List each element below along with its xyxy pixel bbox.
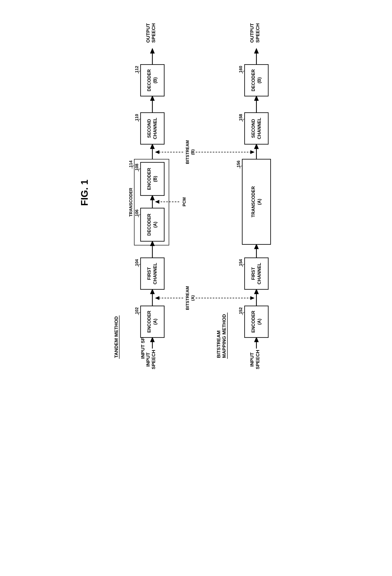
tandem-input-2: SPEECH — [151, 350, 156, 369]
ref-114: 114 — [128, 160, 133, 167]
decoder-a-l2: (A) — [153, 222, 158, 228]
decoder-a-l1: DECODER — [147, 213, 152, 236]
tandem-output-1: OUTPUT — [145, 23, 150, 43]
encoder-b-l2: (B) — [153, 176, 158, 182]
decoder-a-box — [140, 208, 164, 241]
first-ch-l1: FIRST — [147, 267, 152, 280]
tandem-output-2: SPEECH — [151, 23, 156, 43]
decoder-b-l1: DECODER — [147, 69, 152, 91]
bm-output-1: OUTPUT — [249, 23, 255, 43]
second-channel-box — [140, 113, 164, 144]
bm-label-2: MAPPING METHOD — [221, 314, 226, 358]
bitstream-a-l2: (A) — [190, 295, 195, 301]
figure-title: FIG. 1 — [79, 179, 90, 206]
bm-second-l1: SECOND — [251, 119, 256, 138]
bm-second-l2: CHANNEL — [257, 118, 261, 139]
ref-154: 154 — [238, 259, 243, 266]
bm-trans-l1: TRANSCODER — [251, 186, 256, 217]
second-ch-l2: CHANNEL — [153, 118, 158, 139]
pcm-label: PCM — [182, 197, 186, 207]
decoder-b-l2: (B) — [153, 77, 158, 83]
encoder-a-box — [140, 306, 164, 338]
ref-158: 158 — [238, 114, 243, 121]
encoder-b-box — [140, 162, 164, 196]
first-ch-l2: CHANNEL — [153, 263, 158, 284]
encoder-a-l1: ENCODER — [147, 311, 152, 333]
bm-decB-l1: DECODER — [251, 69, 256, 91]
bm-first-l1: FIRST — [251, 267, 256, 280]
ref-102: 102 — [134, 307, 139, 314]
bm-first-l2: CHANNEL — [257, 263, 261, 284]
bm-decB-l2: (B) — [257, 77, 261, 83]
bm-label-1: BITSTREAM — [216, 330, 221, 358]
bm-encA-l2: (A) — [257, 319, 261, 325]
ref-156: 156 — [236, 160, 240, 167]
first-channel-box — [140, 258, 164, 289]
transcoder-label: TRANSCODER — [128, 188, 133, 217]
encoder-b-l1: ENCODER — [147, 168, 152, 190]
bm-encoder-a-box — [244, 306, 268, 338]
bitstream-b-l1: BITSTREAM — [185, 140, 190, 164]
bm-transcoder-box — [242, 159, 270, 244]
bm-second-ch-box — [244, 113, 268, 144]
bm-decoder-b-box — [244, 64, 268, 96]
bitstream-b-l2: (B) — [190, 149, 195, 155]
ref-152: 152 — [238, 307, 243, 314]
figure-diagram: FIG. 1 TANDEM METHOD INPUT SPEECH ENCODE… — [72, 10, 320, 375]
ref-112: 112 — [134, 66, 139, 73]
ref-110: 110 — [134, 114, 139, 121]
ref-104: 104 — [134, 259, 139, 266]
ref-108: 108 — [134, 164, 139, 170]
bm-encA-l1: ENCODER — [251, 311, 256, 333]
second-ch-l1: SECOND — [147, 119, 152, 138]
decoder-b-box — [140, 64, 164, 96]
ref-160: 160 — [238, 66, 243, 73]
bitstream-a-l1: BITSTREAM — [185, 286, 190, 310]
tandem-method-label: TANDEM METHOD — [113, 316, 119, 358]
bm-trans-l2: (A) — [257, 199, 261, 205]
tandem-input-1: INPUT — [145, 352, 150, 367]
bm-input-2: SPEECH — [255, 350, 260, 369]
ref-106: 106 — [134, 209, 139, 216]
bm-first-ch-box — [244, 258, 268, 289]
bm-input-1: INPUT — [249, 352, 255, 367]
encoder-a-l2: (A) — [153, 319, 158, 325]
bm-output-2: SPEECH — [255, 23, 260, 43]
